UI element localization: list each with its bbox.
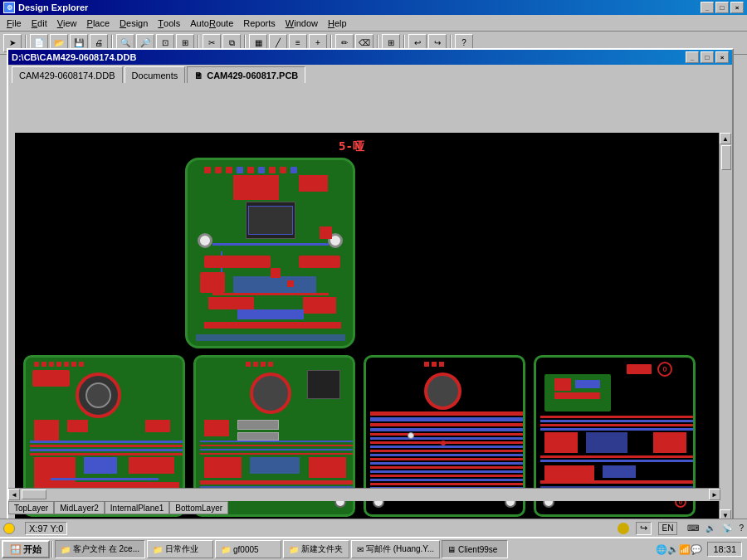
taskbar-item-5[interactable]: 🖥 Client99se — [442, 540, 508, 558]
scroll-right-button[interactable]: ► — [709, 489, 720, 500]
system-clock: 18:31 — [707, 542, 742, 557]
lang-indicator[interactable]: EN — [658, 522, 678, 535]
inner-window: D:\CB\CAM429-0608174.DDB _ □ × CAM429-06… — [7, 48, 734, 529]
sys-icon-1: 🔊 — [706, 523, 715, 533]
pcb-board-label: 5-哑 — [339, 139, 364, 154]
maximize-button[interactable]: □ — [715, 2, 729, 13]
help-icon: ? — [739, 523, 744, 533]
start-button[interactable]: 🪟 开始 — [2, 540, 50, 558]
taskbar-right: 🌐🔊📶💬 18:31 — [656, 542, 745, 557]
scroll-left-button[interactable]: ◄ — [8, 489, 20, 500]
menu-design[interactable]: Design — [115, 16, 153, 31]
tab-ddb[interactable]: CAM429-0608174.DDB — [12, 66, 123, 83]
menu-window[interactable]: Window — [281, 16, 323, 31]
sys-icon-2: 📡 — [722, 523, 732, 533]
taskbar-item-4[interactable]: ✉ 写邮件 (Huang.Y... — [351, 540, 440, 558]
menu-tools[interactable]: Tools — [153, 16, 185, 31]
title-bar-buttons: _ □ × — [701, 2, 744, 13]
menu-reports[interactable]: Reports — [238, 16, 281, 31]
title-text: Design Explorer — [18, 2, 88, 12]
kbd-icon: ⌨ — [687, 523, 699, 533]
folder-icon-2: 📁 — [221, 545, 231, 554]
menu-bar: File Edit View Place Design Tools Auto R… — [0, 15, 747, 32]
mail-icon-4: ✉ — [357, 545, 364, 554]
app-icon: ⚙ — [3, 2, 15, 13]
taskbar-item-0[interactable]: 📁 客户文件 在 2ce... — [55, 540, 145, 558]
menu-view[interactable]: View — [52, 16, 82, 31]
taskbar-item-2[interactable]: 📁 gf0005 — [215, 540, 281, 558]
layer-tab-midlayer[interactable]: MidLayer2 — [54, 501, 105, 514]
minimize-button[interactable]: _ — [701, 2, 714, 13]
tab-pcb[interactable]: 🗎 CAM429-060817.PCB — [187, 66, 305, 83]
close-button[interactable]: × — [730, 2, 744, 13]
scroll-thumb-h[interactable] — [22, 489, 46, 499]
status-indicator-2 — [618, 523, 629, 534]
inner-title-text: D:\CB\CAM429-0608174.DDB — [12, 52, 136, 62]
menu-place[interactable]: Place — [82, 16, 115, 31]
scrollbar-horizontal[interactable]: ◄ ► — [8, 488, 720, 501]
menu-edit[interactable]: Edit — [27, 16, 52, 31]
start-icon: 🪟 — [10, 544, 22, 555]
folder-icon-0: 📁 — [61, 545, 71, 554]
taskbar-sep — [51, 541, 53, 558]
systray-icons: 🌐🔊📶💬 — [656, 544, 702, 555]
tab-documents[interactable]: Documents — [124, 66, 186, 83]
scrollbar-vertical[interactable]: ▲ ▼ — [719, 133, 732, 521]
menu-help[interactable]: Help — [323, 16, 352, 31]
layer-tab-internalplane[interactable]: InternalPlane1 — [105, 501, 170, 514]
inner-tabs: CAM429-0608174.DDB Documents 🗎 CAM429-06… — [8, 65, 732, 83]
inner-title-bar: D:\CB\CAM429-0608174.DDB _ □ × — [8, 50, 732, 65]
layer-tab-bottomlayer[interactable]: BottomLayer — [169, 501, 228, 514]
menu-autoroute[interactable]: Auto Route — [185, 16, 238, 31]
taskbar-item-3[interactable]: 📁 新建文件夹 — [283, 540, 349, 558]
scroll-up-button[interactable]: ▲ — [720, 133, 731, 144]
layer-tab-toplayer[interactable]: TopLayer — [8, 501, 54, 514]
app-icon-5: 🖥 — [447, 545, 456, 554]
status-bar: X:97 Y:0 ↪ EN ⌨ 🔊 📡 ? — [0, 519, 747, 537]
main-window: ⚙ Design Explorer _ □ × File Edit View P… — [0, 0, 747, 560]
layer-tabs: TopLayer MidLayer2 InternalPlane1 Bottom… — [8, 501, 228, 514]
status-indicator — [3, 523, 15, 534]
folder-icon-3: 📁 — [289, 545, 299, 554]
title-bar: ⚙ Design Explorer _ □ × — [0, 0, 747, 15]
folder-icon-1: 📁 — [153, 545, 163, 554]
menu-file[interactable]: File — [2, 16, 27, 31]
redo-indicator: ↪ — [636, 522, 652, 535]
inner-maximize[interactable]: □ — [701, 51, 714, 63]
inner-close[interactable]: × — [715, 51, 729, 63]
scroll-thumb-v[interactable] — [721, 145, 731, 170]
taskbar: 🪟 开始 📁 客户文件 在 2ce... 📁 日常作业 📁 gf0005 📁 新… — [0, 537, 747, 560]
pcb-canvas[interactable]: 5-哑 — [15, 133, 725, 521]
coordinates-display: X:97 Y:0 — [25, 522, 67, 535]
taskbar-item-1[interactable]: 📁 日常作业 — [147, 540, 213, 558]
inner-minimize[interactable]: _ — [686, 51, 699, 63]
pcb-main-board — [185, 158, 355, 348]
